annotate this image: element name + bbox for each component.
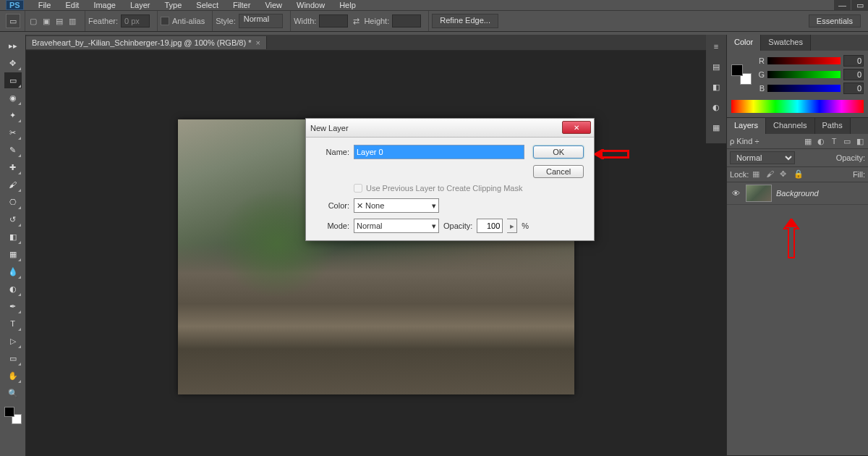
- workspace-essentials-button[interactable]: Essentials: [809, 14, 861, 28]
- opacity-spinner[interactable]: ▸: [507, 219, 517, 233]
- move-tool[interactable]: ✥: [4, 55, 22, 71]
- filter-adjust-icon[interactable]: ◐: [816, 136, 826, 146]
- marquee-tool-icon[interactable]: ▭: [6, 14, 20, 28]
- menu-help[interactable]: Help: [332, 1, 363, 9]
- color-select[interactable]: ✕ None▾: [354, 198, 439, 213]
- brush-tool[interactable]: 🖌: [4, 177, 22, 193]
- filter-smart-icon[interactable]: ◧: [855, 136, 865, 146]
- collapse-handle-icon[interactable]: ▸▸: [4, 38, 22, 54]
- lock-transparent-icon[interactable]: ▦: [752, 169, 762, 180]
- quick-select-tool[interactable]: ✦: [4, 107, 22, 123]
- path-select-tool[interactable]: ▷: [4, 333, 22, 349]
- maximize-button[interactable]: ▭: [851, 0, 868, 10]
- selection-new-icon[interactable]: ▢: [28, 16, 38, 26]
- selection-add-icon[interactable]: ▣: [41, 16, 51, 26]
- lasso-tool[interactable]: ◉: [4, 90, 22, 106]
- selection-intersect-icon[interactable]: ▥: [67, 16, 77, 26]
- annotation-arrow-layer: [783, 219, 800, 261]
- clone-stamp-tool[interactable]: ⎔: [4, 194, 22, 210]
- minimize-button[interactable]: —: [833, 0, 851, 10]
- brushes-panel-icon[interactable]: ◐: [709, 100, 723, 114]
- style-select[interactable]: Normal: [239, 14, 283, 28]
- selection-subtract-icon[interactable]: ▤: [54, 16, 64, 26]
- history-panel-icon[interactable]: ≡: [709, 39, 723, 54]
- color-fg-bg[interactable]: [731, 64, 752, 85]
- foreground-background-color[interactable]: [4, 407, 22, 424]
- opacity-input[interactable]: [477, 219, 503, 233]
- r-value[interactable]: [843, 55, 864, 67]
- eyedropper-tool[interactable]: ✎: [4, 142, 22, 158]
- height-label: Height:: [364, 17, 389, 25]
- close-icon[interactable]: ×: [255, 38, 260, 47]
- ok-button[interactable]: OK: [533, 145, 584, 159]
- healing-brush-tool[interactable]: ✚: [4, 159, 22, 175]
- tab-paths[interactable]: Paths: [815, 118, 851, 134]
- layer-row-background[interactable]: 👁 Background: [727, 182, 868, 205]
- gradient-tool[interactable]: ▦: [4, 246, 22, 262]
- name-input[interactable]: [354, 145, 524, 159]
- crop-tool[interactable]: ✂: [4, 124, 22, 140]
- annotation-arrow-ok: [595, 149, 629, 161]
- menu-edit[interactable]: Edit: [58, 1, 86, 9]
- feather-label: Feather:: [88, 17, 118, 25]
- menu-file[interactable]: File: [31, 1, 59, 9]
- cancel-button[interactable]: Cancel: [533, 165, 584, 178]
- shape-tool[interactable]: ▭: [4, 350, 22, 366]
- feather-input[interactable]: [121, 14, 150, 28]
- properties-panel-icon[interactable]: ◧: [709, 80, 723, 94]
- doc-tab[interactable]: Braveheart_by_-Kilian_Schinberger-19.jpg…: [26, 36, 267, 49]
- filter-type-icon[interactable]: T: [829, 136, 839, 146]
- layer-thumbnail[interactable]: [746, 185, 772, 202]
- tools-panel: ▸▸ ✥ ▭ ◉ ✦ ✂ ✎ ✚ 🖌 ⎔ ↺ ◧ ▦ 💧 ◐ ✒ T ▷ ▭ ✋…: [0, 35, 26, 456]
- dodge-tool[interactable]: ◐: [4, 281, 22, 297]
- refine-edge-button[interactable]: Refine Edge...: [432, 14, 498, 28]
- blur-tool[interactable]: 💧: [4, 263, 22, 279]
- lock-position-icon[interactable]: ✥: [780, 169, 790, 180]
- menu-view[interactable]: View: [258, 1, 289, 9]
- g-slider[interactable]: [767, 71, 841, 78]
- color-spectrum[interactable]: [731, 100, 864, 113]
- swap-icon[interactable]: ⇄: [351, 16, 361, 26]
- menu-type[interactable]: Type: [158, 1, 190, 9]
- b-slider[interactable]: [767, 85, 841, 92]
- type-tool[interactable]: T: [4, 316, 22, 332]
- canvas-area[interactable]: [26, 51, 726, 456]
- menu-layer[interactable]: Layer: [123, 1, 158, 9]
- filter-shape-icon[interactable]: ▭: [842, 136, 852, 146]
- actions-panel-icon[interactable]: ▤: [709, 59, 723, 74]
- filter-image-icon[interactable]: ▦: [803, 136, 813, 146]
- antialias-checkbox[interactable]: [161, 17, 169, 25]
- pen-tool[interactable]: ✒: [4, 298, 22, 314]
- character-panel-icon[interactable]: ▦: [709, 120, 723, 135]
- hand-tool[interactable]: ✋: [4, 368, 22, 384]
- lock-pixels-icon[interactable]: 🖌: [766, 169, 776, 180]
- layer-name: Background: [776, 189, 819, 198]
- foreground-color-swatch[interactable]: [4, 407, 14, 417]
- mode-select[interactable]: Normal▾: [354, 219, 439, 233]
- dialog-titlebar[interactable]: New Layer ✕: [306, 119, 594, 138]
- lock-all-icon[interactable]: 🔒: [793, 169, 804, 180]
- fill-label: Fill:: [853, 170, 865, 179]
- tab-layers[interactable]: Layers: [727, 118, 766, 134]
- marquee-tool[interactable]: ▭: [4, 72, 22, 88]
- menu-window[interactable]: Window: [289, 1, 332, 9]
- tab-swatches[interactable]: Swatches: [761, 35, 811, 51]
- g-label: G: [756, 70, 765, 79]
- blend-mode-select[interactable]: Normal: [730, 151, 795, 164]
- tab-color[interactable]: Color: [727, 35, 761, 51]
- visibility-eye-icon[interactable]: 👁: [730, 189, 741, 198]
- zoom-tool[interactable]: 🔍: [4, 385, 22, 401]
- history-brush-tool[interactable]: ↺: [4, 211, 22, 227]
- menu-image[interactable]: Image: [86, 1, 123, 9]
- tab-channels[interactable]: Channels: [766, 118, 814, 134]
- menu-select[interactable]: Select: [189, 1, 226, 9]
- r-slider[interactable]: [767, 57, 841, 64]
- width-label: Width:: [294, 17, 316, 25]
- menu-filter[interactable]: Filter: [226, 1, 258, 9]
- opacity-label-dialog: Opacity:: [443, 221, 472, 230]
- b-value[interactable]: [843, 83, 864, 94]
- clipping-mask-label: Use Previous Layer to Create Clipping Ma…: [366, 184, 522, 193]
- dialog-close-button[interactable]: ✕: [562, 121, 591, 134]
- eraser-tool[interactable]: ◧: [4, 229, 22, 245]
- g-value[interactable]: [843, 69, 864, 80]
